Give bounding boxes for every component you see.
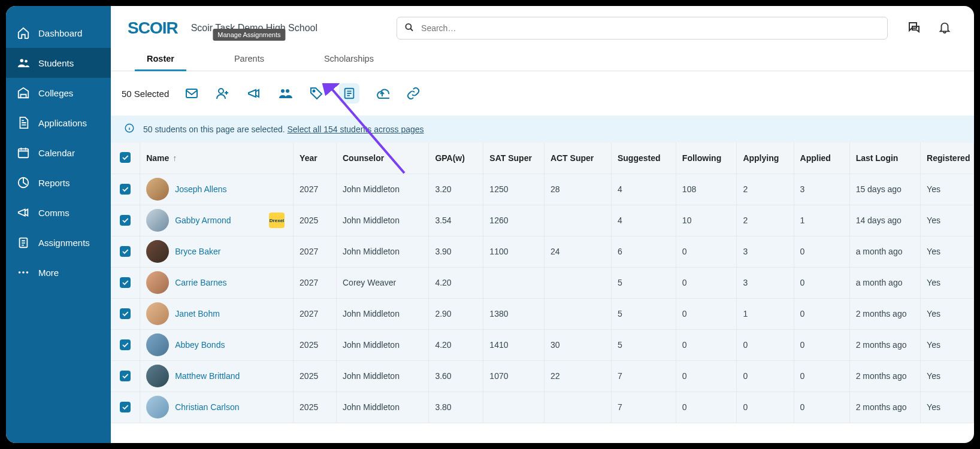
cell-act: 28 <box>544 174 611 205</box>
cell-suggested: 4 <box>611 174 676 205</box>
message-icon[interactable] <box>183 86 200 101</box>
row-checkbox[interactable] <box>120 184 131 195</box>
sidebar-item-label: Students <box>38 58 74 68</box>
sidebar-item-label: Applications <box>38 118 87 128</box>
tab-parents[interactable]: Parents Manage Assignments <box>234 47 264 71</box>
cell-applied: 0 <box>794 329 849 360</box>
cell-login: 14 days ago <box>849 205 920 236</box>
col-header-name[interactable]: Name↑ <box>140 142 294 174</box>
svg-point-1 <box>25 60 28 63</box>
tab-roster[interactable]: Roster <box>147 47 174 71</box>
col-header-registered[interactable]: Registered <box>921 142 974 174</box>
cell-registered: Yes <box>921 205 974 236</box>
table-row: Bryce Baker 2027 John Middleton 3.90 110… <box>111 236 974 267</box>
add-user-icon[interactable] <box>214 86 231 101</box>
row-checkbox[interactable] <box>120 402 131 412</box>
student-link[interactable]: Carrie Barnes <box>175 278 226 287</box>
logo: SCOIR <box>128 19 178 38</box>
cell-counselor: John Middleton <box>336 298 428 329</box>
sidebar-item-reports[interactable]: Reports <box>6 168 111 198</box>
cell-year: 2027 <box>294 174 337 205</box>
avatar <box>146 365 169 387</box>
group-icon[interactable] <box>277 86 294 101</box>
cell-counselor: John Middleton <box>336 392 428 423</box>
svg-rect-9 <box>186 89 197 98</box>
cell-sat: 1070 <box>483 360 545 392</box>
sidebar-item-applications[interactable]: Applications <box>6 108 111 138</box>
col-header-act[interactable]: ACT Super <box>544 142 611 174</box>
sidebar-item-label: Reports <box>38 178 70 188</box>
col-header-counselor[interactable]: Counselor <box>336 142 428 174</box>
select-all-link[interactable]: Select all 154 students across pages <box>288 125 424 134</box>
sidebar-item-calendar[interactable]: Calendar <box>6 138 111 168</box>
dots-icon <box>17 266 30 279</box>
row-checkbox[interactable] <box>120 308 131 319</box>
cell-applying: 0 <box>737 360 794 392</box>
select-all-checkbox[interactable] <box>120 152 131 163</box>
cell-following: 108 <box>676 174 737 205</box>
row-checkbox[interactable] <box>120 371 131 381</box>
cell-following: 0 <box>676 392 737 423</box>
tag-icon[interactable] <box>308 86 325 101</box>
svg-point-0 <box>20 59 24 63</box>
announce-icon[interactable] <box>246 86 262 101</box>
link-icon[interactable] <box>405 86 422 101</box>
row-checkbox[interactable] <box>120 339 131 350</box>
col-header-suggested[interactable]: Suggested <box>611 142 676 174</box>
upload-icon[interactable] <box>374 86 391 101</box>
student-link[interactable]: Christian Carlson <box>175 402 239 412</box>
col-header-following[interactable]: Following <box>676 142 737 174</box>
cell-counselor: Corey Weaver <box>336 267 428 298</box>
sidebar-item-assignments[interactable]: Assignments <box>6 227 111 257</box>
avatar <box>146 271 169 294</box>
student-link[interactable]: Bryce Baker <box>175 247 220 256</box>
cell-act <box>544 267 611 298</box>
cell-suggested: 5 <box>611 329 676 360</box>
bell-icon[interactable] <box>938 20 951 37</box>
table-row: Joseph Allens 2027 John Middleton 3.20 1… <box>111 174 974 205</box>
cell-counselor: John Middleton <box>336 205 428 236</box>
cell-act: 30 <box>544 329 611 360</box>
cell-counselor: John Middleton <box>336 236 428 267</box>
student-link[interactable]: Gabby Armond <box>175 216 231 225</box>
student-link[interactable]: Abbey Bonds <box>175 340 225 350</box>
manage-assignments-icon[interactable] <box>339 83 359 104</box>
student-link[interactable]: Joseph Allens <box>175 184 226 194</box>
chat-icon[interactable] <box>907 20 921 37</box>
sidebar-item-more[interactable]: More <box>6 257 111 287</box>
col-header-login[interactable]: Last Login <box>849 142 920 174</box>
row-checkbox[interactable] <box>120 277 131 288</box>
student-link[interactable]: Matthew Brittland <box>175 371 240 381</box>
col-header-gpa[interactable]: GPA(w) <box>429 142 483 174</box>
svg-point-13 <box>313 90 315 92</box>
col-header-sat[interactable]: SAT Super <box>483 142 545 174</box>
cell-suggested: 6 <box>611 236 676 267</box>
svg-point-8 <box>406 24 411 29</box>
home-icon <box>17 26 30 40</box>
cell-registered: Yes <box>921 174 974 205</box>
tab-scholarships[interactable]: Scholarships <box>324 47 374 71</box>
cell-year: 2025 <box>294 329 337 360</box>
search-input[interactable] <box>397 17 888 40</box>
col-header-applying[interactable]: Applying <box>737 142 794 174</box>
sidebar-item-colleges[interactable]: Colleges <box>6 78 111 108</box>
sidebar-item-dashboard[interactable]: Dashboard <box>6 18 111 48</box>
row-checkbox[interactable] <box>120 215 131 226</box>
cell-registered: Yes <box>921 298 974 329</box>
sidebar-item-students[interactable]: Students <box>6 48 111 78</box>
cell-following: 0 <box>676 329 737 360</box>
cell-sat: 1260 <box>483 205 545 236</box>
cell-following: 0 <box>676 236 737 267</box>
svg-point-7 <box>26 271 29 274</box>
cell-login: a month ago <box>849 267 920 298</box>
sort-asc-icon: ↑ <box>173 153 177 163</box>
col-header-applied[interactable]: Applied <box>794 142 849 174</box>
sidebar-item-comms[interactable]: Comms <box>6 198 111 227</box>
row-checkbox[interactable] <box>120 246 131 257</box>
col-header-year[interactable]: Year <box>294 142 337 174</box>
cell-login: 2 months ago <box>849 360 920 392</box>
cell-suggested: 7 <box>611 360 676 392</box>
student-link[interactable]: Janet Bohm <box>175 309 220 318</box>
cell-applying: 0 <box>737 392 794 423</box>
cell-gpa: 3.90 <box>429 236 483 267</box>
